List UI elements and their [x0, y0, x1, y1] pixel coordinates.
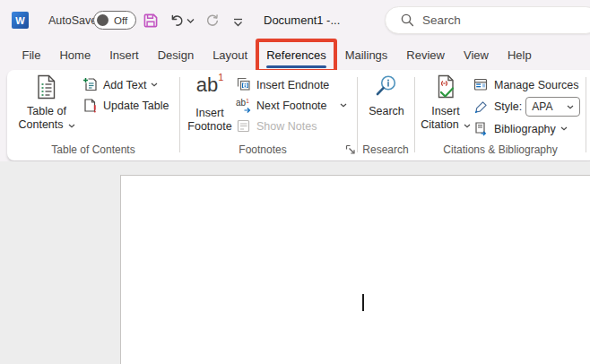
chevron-down-icon: [464, 124, 471, 128]
document-area: [0, 161, 590, 364]
redo-icon: [204, 13, 221, 29]
insert-citation-button[interactable]: Insert Citation: [418, 74, 473, 154]
bibliography-icon: [473, 121, 489, 136]
bibliography-button[interactable]: Bibliography: [473, 119, 580, 138]
text-cursor: [362, 294, 364, 311]
toggle-knob: [97, 14, 108, 26]
redo-button[interactable]: [204, 12, 221, 30]
save-button[interactable]: [142, 12, 160, 30]
group-label-citations: Citations & Bibliography: [414, 143, 586, 156]
autosave-state: Off: [114, 15, 127, 26]
tab-design[interactable]: Design: [148, 40, 203, 70]
customize-toolbar-button[interactable]: [229, 14, 247, 32]
ribbon-tab-bar: File Home Insert Design Layout Reference…: [0, 40, 590, 70]
ribbon: Table of Contents Add Text: [7, 70, 590, 160]
tab-home[interactable]: Home: [50, 40, 100, 70]
chevron-down-icon: [560, 126, 568, 131]
tab-file[interactable]: File: [13, 40, 50, 70]
show-notes-button: Show Notes: [236, 117, 347, 135]
tab-help[interactable]: Help: [498, 40, 541, 70]
save-icon: [143, 13, 159, 29]
insert-footnote-button[interactable]: ab1 Insert Footnote: [184, 74, 236, 154]
group-label-footnotes: Footnotes: [179, 143, 346, 156]
table-of-contents-icon: [33, 74, 60, 100]
undo-dropdown-chevron-icon[interactable]: [185, 15, 195, 26]
tab-mailings[interactable]: Mailings: [335, 40, 397, 70]
style-row: Style: APA: [473, 96, 580, 117]
tab-view[interactable]: View: [454, 40, 498, 70]
next-footnote-icon: ab1: [236, 99, 251, 112]
word-window: W AutoSave Off: [0, 0, 590, 364]
search-placeholder: Search: [422, 13, 461, 27]
chevron-overline-icon: [232, 18, 244, 29]
group-divider: [179, 77, 180, 152]
document-title: Document1 -...: [264, 13, 340, 27]
show-notes-icon: [236, 118, 251, 134]
group-divider: [357, 77, 358, 152]
tab-layout[interactable]: Layout: [204, 40, 257, 70]
style-icon: [473, 100, 489, 115]
word-logo-letter: W: [15, 15, 24, 26]
tab-insert[interactable]: Insert: [100, 40, 149, 70]
title-bar: W AutoSave Off: [0, 0, 590, 40]
next-footnote-button[interactable]: ab1 Next Footnote: [236, 96, 347, 115]
add-text-button[interactable]: Add Text: [82, 75, 169, 94]
autosave-label: AutoSave: [48, 14, 97, 27]
style-dropdown[interactable]: APA: [525, 97, 580, 117]
chevron-down-icon: [68, 124, 75, 128]
group-divider: [586, 77, 586, 152]
tab-review[interactable]: Review: [397, 40, 455, 70]
word-logo-icon: W: [12, 12, 29, 29]
update-table-button[interactable]: Update Table: [82, 96, 169, 115]
group-label-table-of-contents: Table of Contents: [7, 143, 179, 156]
search-button[interactable]: Search: [360, 74, 412, 154]
search-icon: [401, 13, 414, 27]
table-of-contents-button[interactable]: Table of Contents: [18, 74, 75, 154]
style-dropdown-value: APA: [532, 100, 567, 113]
update-table-icon: [82, 98, 98, 113]
add-text-icon: [82, 77, 98, 92]
manage-sources-icon: [473, 77, 489, 92]
chevron-down-icon: [567, 105, 574, 109]
document-page[interactable]: [120, 175, 590, 364]
chevron-down-icon: [151, 82, 158, 87]
insert-citation-icon: [432, 74, 459, 100]
group-label-research: Research: [357, 143, 414, 156]
undo-icon: [169, 13, 186, 29]
group-divider: [414, 77, 415, 152]
autosave-toggle[interactable]: Off: [93, 11, 136, 30]
insert-footnote-icon: ab1: [196, 75, 224, 102]
insert-endnote-icon: [236, 77, 251, 92]
research-search-icon: [373, 74, 400, 100]
tab-references[interactable]: References: [257, 40, 335, 70]
chevron-down-icon: [340, 103, 347, 108]
search-input[interactable]: Search: [385, 6, 590, 34]
selected-tab-underline: [266, 65, 326, 68]
footnotes-dialog-launcher-icon[interactable]: [345, 143, 357, 154]
insert-endnote-button[interactable]: Insert Endnote: [236, 75, 347, 94]
style-label: Style:: [494, 100, 522, 113]
manage-sources-button[interactable]: Manage Sources: [473, 75, 580, 94]
undo-button[interactable]: [168, 12, 186, 30]
